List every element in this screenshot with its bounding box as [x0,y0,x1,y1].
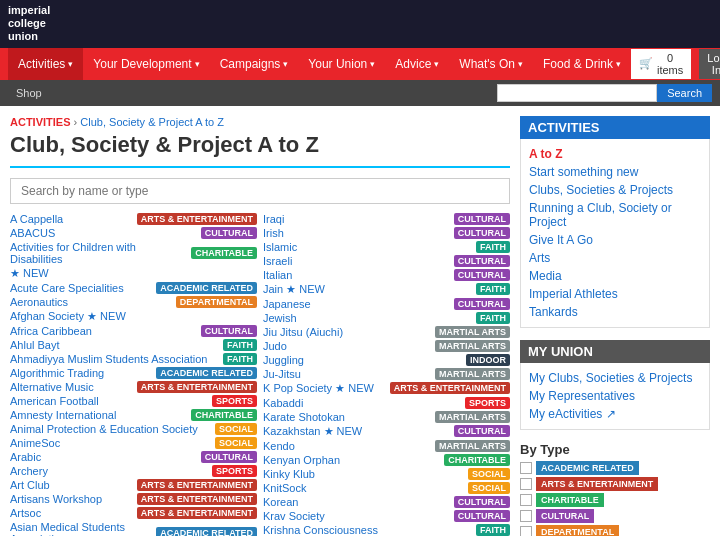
sidebar-myunion-link[interactable]: My Representatives [529,387,701,405]
activity-tag: CULTURAL [454,255,510,267]
sidebar-activity-link[interactable]: Tankards [529,303,701,321]
nav-your-development[interactable]: Your Development ▾ [83,48,209,80]
activity-name[interactable]: American Football [10,395,208,407]
activity-name[interactable]: A Cappella [10,213,133,225]
sidebar-activity-link[interactable]: Clubs, Societies & Projects [529,181,701,199]
activity-tag: CULTURAL [454,496,510,508]
search-input[interactable] [497,84,657,102]
activity-name[interactable]: Kinky Klub [263,468,464,480]
activity-tag: SPORTS [465,397,510,409]
activity-name[interactable]: Africa Caribbean [10,325,197,337]
shop-link[interactable]: Shop [8,87,50,99]
activity-search-input[interactable] [10,178,510,204]
activity-name[interactable]: Islamic [263,241,472,253]
activity-name[interactable]: Ju-Jitsu [263,368,431,380]
activity-name[interactable]: Kenyan Orphan [263,454,440,466]
nav-campaigns[interactable]: Campaigns ▾ [210,48,299,80]
activity-tag: CULTURAL [201,325,257,337]
type-checkbox[interactable] [520,478,532,490]
activity-name[interactable]: Animal Protection & Education Society [10,423,211,435]
list-item: Algorithmic TradingACADEMIC RELATED [10,366,257,380]
activity-name[interactable]: KnitSock [263,482,464,494]
type-checkbox[interactable] [520,510,532,522]
activity-name[interactable]: Artisans Workshop [10,493,133,505]
activity-name[interactable]: Krav Society [263,510,450,522]
activity-name[interactable]: Alternative Music [10,381,133,393]
nav-food-drink[interactable]: Food & Drink ▾ [533,48,631,80]
list-item: Jain ★ NEWFAITH [263,282,510,297]
type-tag-label: ACADEMIC RELATED [536,461,639,475]
type-tag-label: CULTURAL [536,509,594,523]
activity-name[interactable]: Kazakhstan ★ NEW [263,425,450,438]
list-item: American FootballSPORTS [10,394,257,408]
activity-tag: ARTS & ENTERTAINMENT [137,507,257,519]
type-tag-label: DEPARTMENTAL [536,525,619,536]
sidebar-activity-link[interactable]: Arts [529,249,701,267]
activity-name[interactable]: Japanese [263,298,450,310]
login-button[interactable]: Log In [699,49,720,79]
activity-name[interactable]: Algorithmic Trading [10,367,152,379]
activity-name[interactable]: ★ NEW [10,267,257,280]
sidebar-myunion-link[interactable]: My eActivities ↗ [529,405,701,423]
sidebar-activity-link[interactable]: Media [529,267,701,285]
type-item: CULTURAL [520,509,710,523]
type-tag-label: CHARITABLE [536,493,604,507]
activity-name[interactable]: Judo [263,340,431,352]
list-item: Asian Medical Students AssociationACADEM… [10,520,257,536]
activity-name[interactable]: Jiu Jitsu (Aiuchi) [263,326,431,338]
activity-name[interactable]: Activities for Children with Disabilitie… [10,241,187,265]
sidebar-activity-link[interactable]: Running a Club, Society or Project [529,199,701,231]
activity-name[interactable]: Asian Medical Students Association [10,521,152,536]
list-item: KabaddiSPORTS [263,396,510,410]
activity-name[interactable]: ABACUS [10,227,197,239]
activity-name[interactable]: K Pop Society ★ NEW [263,382,386,395]
nav-activities[interactable]: Activities ▾ [8,48,83,80]
list-item: JugglingINDOOR [263,353,510,367]
nav-whats-on[interactable]: What's On ▾ [449,48,533,80]
type-checkbox[interactable] [520,462,532,474]
cart-button[interactable]: 🛒 0 items [631,49,691,79]
activity-name[interactable]: Jain ★ NEW [263,283,472,296]
activity-name[interactable]: Ahmadiyya Muslim Students Association [10,353,219,365]
type-tag-label: ARTS & ENTERTAINMENT [536,477,658,491]
activity-name[interactable]: Kabaddi [263,397,461,409]
sidebar-myunion-link[interactable]: My Clubs, Societies & Projects [529,369,701,387]
activity-name[interactable]: Jewish [263,312,472,324]
activity-name[interactable]: Kendo [263,440,431,452]
type-item: ARTS & ENTERTAINMENT [520,477,710,491]
sidebar-activity-link[interactable]: A to Z [529,145,701,163]
activity-name[interactable]: Israeli [263,255,450,267]
sidebar-myunion-section: MY UNION My Clubs, Societies & ProjectsM… [520,340,710,430]
activity-name[interactable]: Acute Care Specialities [10,282,152,294]
activity-name[interactable]: Krishna Consciousness [263,524,472,536]
activity-name[interactable]: Iraqi [263,213,450,225]
sidebar-activity-link[interactable]: Give It A Go [529,231,701,249]
list-item: Kenyan OrphanCHARITABLE [263,453,510,467]
activity-name[interactable]: Amnesty International [10,409,187,421]
main-content: ACTIVITIES › Club, Society & Project A t… [0,106,720,536]
list-item: IsraeliCULTURAL [263,254,510,268]
activity-name[interactable]: Aeronautics [10,296,172,308]
activity-name[interactable]: Ahlul Bayt [10,339,219,351]
activity-tag: MARTIAL ARTS [435,326,510,338]
activity-name[interactable]: AnimeSoc [10,437,211,449]
activity-name[interactable]: Afghan Society ★ NEW [10,310,257,323]
activity-name[interactable]: Art Club [10,479,133,491]
logo: imperial college union [8,4,50,44]
activity-name[interactable]: Arabic [10,451,197,463]
nav-your-union[interactable]: Your Union ▾ [298,48,385,80]
search-button[interactable]: Search [657,84,712,102]
activity-name[interactable]: Italian [263,269,450,281]
activity-name[interactable]: Irish [263,227,450,239]
sidebar-activity-link[interactable]: Start something new [529,163,701,181]
type-checkbox[interactable] [520,526,532,536]
activity-name[interactable]: Artsoc [10,507,133,519]
nav-advice[interactable]: Advice ▾ [385,48,449,80]
type-checkbox[interactable] [520,494,532,506]
activity-columns: A CappellaARTS & ENTERTAINMENTABACUSCULT… [10,212,510,536]
activity-name[interactable]: Karate Shotokan [263,411,431,423]
activity-name[interactable]: Archery [10,465,208,477]
sidebar-activity-link[interactable]: Imperial Athletes [529,285,701,303]
activity-name[interactable]: Korean [263,496,450,508]
activity-name[interactable]: Juggling [263,354,462,366]
